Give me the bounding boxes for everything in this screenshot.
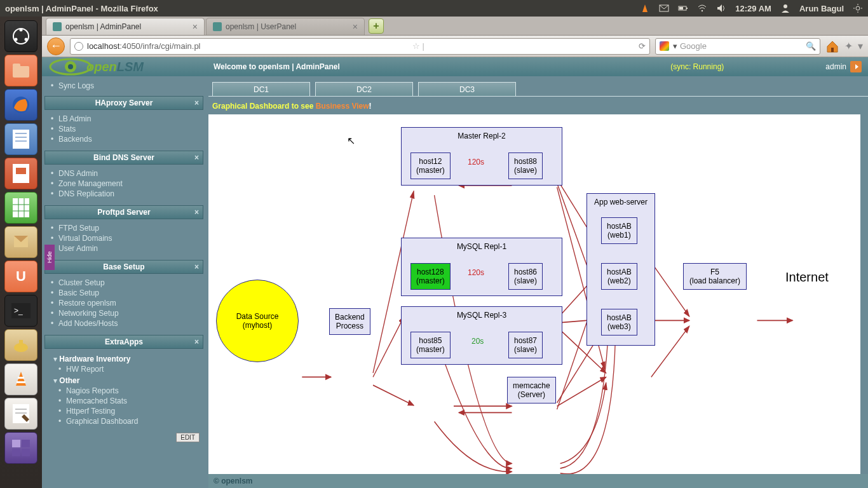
node-memcache[interactable]: memcache(Server) [507, 377, 556, 403]
new-tab-button[interactable]: + [369, 18, 384, 34]
svg-rect-26 [13, 198, 29, 217]
favicon-icon [53, 22, 62, 31]
sidebar: Sync Logs HAproxy Server× LB Admin Stats… [42, 78, 206, 488]
dash-icon[interactable] [4, 20, 37, 52]
panel-bind: Bind DNS Server× DNS Admin Zone Manageme… [44, 151, 203, 201]
sidebar-item[interactable]: Networking Setup [44, 308, 203, 318]
sidebar-item[interactable]: Stats [44, 124, 203, 134]
user-icon [780, 3, 790, 13]
sidebar-item[interactable]: FTPd Setup [44, 223, 203, 233]
collapse-icon[interactable]: × [194, 98, 199, 107]
collapse-icon[interactable]: × [194, 153, 199, 162]
collapse-icon[interactable]: × [194, 262, 199, 271]
node-backend[interactable]: BackendProcess [329, 308, 370, 335]
svg-point-5 [702, 10, 703, 11]
url-bar[interactable]: localhost:4050/infra/cgi/main.pl ☆ | ⟳ [70, 38, 650, 55]
battery-icon[interactable] [678, 3, 688, 13]
calc-icon[interactable] [4, 192, 37, 224]
panel-head[interactable]: ExtraApps× [44, 335, 203, 349]
addon-icon[interactable]: ✦ [844, 40, 853, 52]
teapot-icon[interactable] [4, 329, 37, 361]
group-other[interactable]: Other [44, 374, 203, 386]
reload-icon[interactable]: ⟳ [639, 41, 646, 51]
node-host87[interactable]: host87(slave) [508, 332, 543, 358]
sidebar-item[interactable]: Graphical Dashboard [44, 416, 203, 426]
dc-tabs: DC1 DC2 DC3 [208, 76, 868, 97]
hide-sidebar-tab[interactable]: Hide [44, 245, 55, 270]
sidebar-item[interactable]: LB Admin [44, 114, 203, 124]
node-host86[interactable]: host86(slave) [508, 263, 543, 290]
node-web1[interactable]: hostAB(web1) [601, 217, 637, 244]
browser-tab-inactive[interactable]: openlsm | UserPanel × [206, 18, 365, 35]
app-logo[interactable]: openLSM [48, 57, 214, 76]
node-f5[interactable]: F5(load balancer) [683, 263, 747, 290]
gear-icon[interactable] [853, 3, 863, 13]
impress-icon[interactable] [4, 158, 37, 189]
wifi-icon[interactable] [697, 3, 707, 13]
files-icon[interactable] [4, 55, 37, 86]
panel-head[interactable]: Proftpd Server× [44, 205, 203, 219]
writer-icon[interactable] [4, 123, 37, 155]
sidebar-item[interactable]: Zone Management [44, 179, 203, 189]
node-host128[interactable]: host128(master) [410, 263, 451, 290]
workspace-icon[interactable] [4, 432, 37, 464]
node-datasource[interactable]: Data Source(myhost) [216, 280, 299, 362]
dropdown-icon[interactable]: ▾ [673, 41, 677, 51]
window-title: openlsm | AdminPanel - Mozilla Firefox [5, 4, 640, 13]
tab-dc1[interactable]: DC1 [212, 82, 310, 96]
sidebar-item[interactable]: Nagios Reports [44, 386, 203, 396]
tab-dc2[interactable]: DC2 [315, 82, 413, 96]
terminal-icon[interactable]: >_ [4, 295, 37, 327]
tab-close-icon[interactable]: × [193, 22, 198, 32]
software-center-icon[interactable] [4, 226, 37, 258]
node-host12[interactable]: host12(master) [410, 152, 451, 179]
sidebar-item[interactable]: Restore openlsm [44, 298, 203, 308]
diagram-canvas: Data Source(myhost) BackendProcess Maste… [208, 114, 860, 488]
browser-tab-active[interactable]: openlsm | AdminPanel × [46, 18, 205, 35]
search-bar[interactable]: ▾ Google 🔍 [655, 38, 820, 55]
sidebar-item[interactable]: Httperf Testing [44, 406, 203, 416]
panel-head[interactable]: Bind DNS Server× [44, 151, 203, 165]
group-hardware[interactable]: Hardware Inventory [44, 353, 203, 364]
divider: | [423, 41, 424, 51]
ubuntu-one-icon[interactable]: U [4, 261, 37, 292]
sidebar-item[interactable]: Basic Setup [44, 288, 203, 298]
search-icon[interactable]: 🔍 [806, 41, 816, 51]
sound-icon[interactable] [716, 3, 726, 13]
firefox-window: openlsm | AdminPanel × openlsm | UserPan… [42, 17, 868, 488]
node-web3[interactable]: hostAB(web3) [601, 309, 637, 336]
sidebar-item[interactable]: Memcached Stats [44, 396, 203, 406]
clock[interactable]: 12:29 AM [735, 4, 771, 13]
back-button[interactable]: ← [47, 37, 65, 55]
edit-button[interactable]: EDIT [176, 433, 200, 442]
sidebar-item[interactable]: User Admin [44, 243, 203, 254]
sidebar-item[interactable]: Virtual Domains [44, 233, 203, 243]
node-host88[interactable]: host88(slave) [508, 152, 543, 179]
sidebar-item[interactable]: DNS Replication [44, 189, 203, 199]
os-user[interactable]: Arun Bagul [799, 4, 844, 13]
collapse-icon[interactable]: × [194, 208, 199, 217]
sidebar-item[interactable]: HW Report [44, 364, 203, 374]
sidebar-item[interactable]: Backends [44, 134, 203, 144]
sidebar-item-synclogs[interactable]: Sync Logs [44, 81, 203, 91]
gedit-icon[interactable] [4, 398, 37, 430]
vlc-icon[interactable] [640, 3, 650, 13]
admin-user[interactable]: admin [825, 62, 846, 71]
sidebar-item[interactable]: Cluster Setup [44, 278, 203, 288]
node-host85[interactable]: host85(master) [410, 332, 451, 358]
menu-icon[interactable]: ▾ [858, 40, 863, 52]
panel-head[interactable]: HAproxy Server× [44, 96, 203, 110]
tab-dc3[interactable]: DC3 [418, 82, 516, 96]
home-icon[interactable] [825, 39, 839, 53]
node-web2[interactable]: hostAB(web2) [601, 263, 637, 290]
sidebar-item[interactable]: DNS Admin [44, 168, 203, 179]
tab-close-icon[interactable]: × [353, 22, 358, 32]
bookmark-star-icon[interactable]: ☆ [412, 41, 420, 51]
firefox-icon[interactable] [4, 89, 37, 121]
vlc-launcher-icon[interactable] [4, 363, 37, 395]
logout-icon[interactable] [850, 61, 862, 72]
sidebar-item[interactable]: Add Nodes/Hosts [44, 318, 203, 329]
panel-head[interactable]: Base Setup× [44, 260, 203, 274]
mail-icon[interactable] [659, 3, 669, 13]
collapse-icon[interactable]: × [194, 337, 199, 346]
